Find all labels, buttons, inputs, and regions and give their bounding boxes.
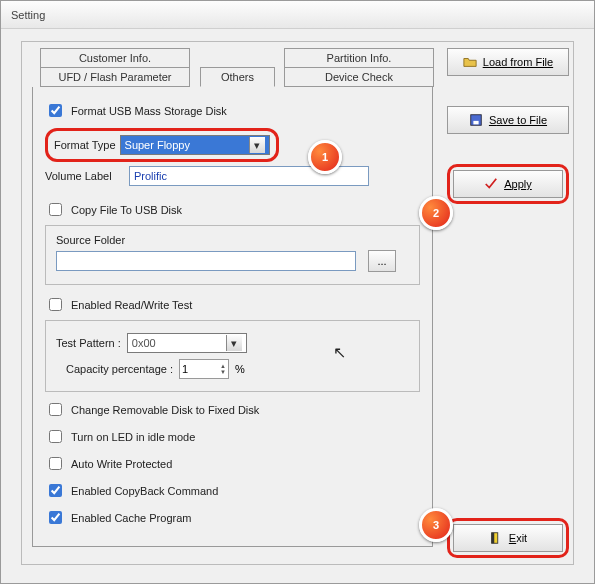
chevron-down-icon[interactable]: ▾ (226, 335, 242, 351)
format-type-label: Format Type (54, 139, 116, 151)
title-bar: Setting (1, 1, 594, 29)
svg-rect-1 (473, 121, 478, 125)
chevron-down-icon[interactable]: ▾ (249, 137, 265, 153)
exit-button[interactable]: Exit (453, 524, 563, 552)
copy-file-input[interactable] (49, 203, 62, 216)
test-pattern-label: Test Pattern : (56, 337, 121, 349)
content-area: Customer Info. Partition Info. UFD / Fla… (21, 41, 574, 565)
browse-button[interactable]: ... (368, 250, 396, 272)
source-folder-label: Source Folder (56, 234, 409, 246)
annotation-badge-1: 1 (308, 140, 342, 174)
tab-body: Format USB Mass Storage Disk Format Type… (32, 87, 433, 547)
apply-highlight: Apply (447, 164, 569, 204)
exit-highlight: Exit (447, 518, 569, 558)
capacity-label: Capacity percentage : (66, 363, 173, 375)
source-folder-input[interactable] (56, 251, 356, 271)
svg-rect-3 (491, 533, 494, 544)
format-usb-input[interactable] (49, 104, 62, 117)
right-panel: Load from File Save to File Apply 2 3 Ex… (443, 42, 573, 564)
copyback-checkbox[interactable]: Enabled CopyBack Command (45, 481, 420, 500)
format-usb-checkbox[interactable]: Format USB Mass Storage Disk (45, 101, 420, 120)
enabled-rw-input[interactable] (49, 298, 62, 311)
apply-button[interactable]: Apply (453, 170, 563, 198)
volume-label-label: Volume Label (45, 170, 123, 182)
load-from-file-button[interactable]: Load from File (447, 48, 569, 76)
cursor-icon: ↖ (333, 343, 346, 362)
tab-customer-info[interactable]: Customer Info. (40, 48, 190, 68)
save-icon (469, 113, 483, 127)
window-title: Setting (11, 9, 45, 21)
change-removable-checkbox[interactable]: Change Removable Disk to Fixed Disk (45, 400, 420, 419)
auto-write-checkbox[interactable]: Auto Write Protected (45, 454, 420, 473)
turn-on-led-checkbox[interactable]: Turn on LED in idle mode (45, 427, 420, 446)
cache-checkbox[interactable]: Enabled Cache Program (45, 508, 420, 527)
tab-strip: Customer Info. Partition Info. UFD / Fla… (32, 48, 433, 88)
tab-ufd-parameter[interactable]: UFD / Flash Parameter (40, 67, 190, 87)
source-folder-group: Source Folder ... (45, 225, 420, 285)
tab-partition-info[interactable]: Partition Info. (284, 48, 434, 68)
folder-open-icon (463, 55, 477, 69)
exit-door-icon (489, 531, 503, 545)
save-to-file-button[interactable]: Save to File (447, 106, 569, 134)
test-group: Test Pattern : 0x00 ▾ Capacity percentag… (45, 320, 420, 392)
annotation-badge-2: 2 (419, 196, 453, 230)
annotation-badge-3: 3 (419, 508, 453, 542)
settings-window: Setting Customer Info. Partition Info. U… (0, 0, 595, 584)
tab-others[interactable]: Others (200, 67, 275, 87)
copy-file-checkbox[interactable]: Copy File To USB Disk (45, 200, 420, 219)
check-icon (484, 177, 498, 191)
spinner-arrows-icon[interactable]: ▲▼ (220, 363, 226, 375)
capacity-spinner[interactable]: 1 ▲▼ (179, 359, 229, 379)
left-panel: Customer Info. Partition Info. UFD / Fla… (22, 42, 443, 564)
test-pattern-select[interactable]: 0x00 ▾ (127, 333, 247, 353)
format-type-highlight: Format Type Super Floppy ▾ (45, 128, 279, 162)
format-type-select[interactable]: Super Floppy ▾ (120, 135, 270, 155)
tab-device-check[interactable]: Device Check (284, 67, 434, 87)
enabled-rw-checkbox[interactable]: Enabled Read/Write Test (45, 295, 420, 314)
